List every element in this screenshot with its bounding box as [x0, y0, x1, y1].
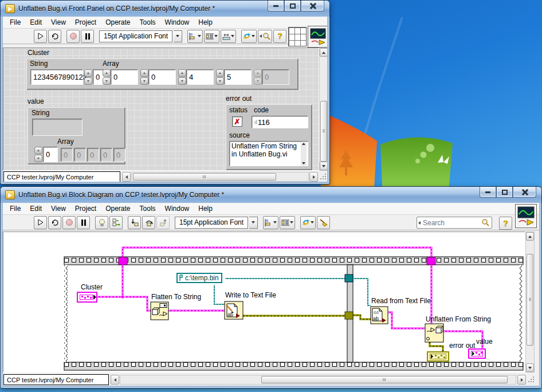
array-element-2[interactable]: 4 — [186, 69, 214, 85]
font-selector[interactable]: 15pt Application Font — [175, 217, 248, 229]
menu-view[interactable]: View — [46, 203, 70, 214]
context-help-button[interactable]: ? — [499, 217, 512, 230]
context-help-button[interactable]: ? — [273, 30, 286, 43]
array-element-stepper[interactable] — [140, 69, 148, 85]
array-element-stepper[interactable] — [103, 69, 111, 85]
menu-edit[interactable]: Edit — [25, 203, 46, 214]
minimize-button[interactable] — [268, 1, 284, 11]
align-objects-dropdown[interactable] — [187, 30, 203, 43]
run-continuously-button[interactable] — [48, 216, 61, 229]
font-selector-dropdown[interactable] — [174, 30, 182, 42]
highlight-execution-button[interactable] — [95, 216, 108, 229]
menu-help[interactable]: Help — [194, 203, 217, 214]
array-element-0[interactable]: 0 — [111, 69, 138, 85]
abort-icon — [66, 219, 73, 226]
menu-operate[interactable]: Operate — [101, 17, 135, 28]
scroll-left-button[interactable] — [122, 172, 131, 182]
menu-tools[interactable]: Tools — [135, 17, 160, 28]
menu-file[interactable]: File — [5, 203, 25, 214]
connector-pane-icon[interactable] — [288, 27, 307, 46]
run-continuously-button[interactable] — [48, 30, 61, 43]
menu-window[interactable]: Window — [160, 203, 194, 214]
run-button[interactable] — [34, 30, 47, 43]
abort-button[interactable] — [62, 216, 76, 229]
maximize-button[interactable] — [496, 187, 513, 198]
reorder-dropdown[interactable] — [241, 30, 257, 43]
align-objects-dropdown[interactable] — [263, 216, 278, 229]
radix-indicator[interactable]: d — [254, 119, 257, 125]
pause-icon — [85, 33, 90, 40]
array-element-1[interactable]: 0 — [148, 69, 176, 85]
block-diagram-canvas[interactable]: ab 66 ab — [3, 232, 525, 373]
retain-wire-values-button[interactable] — [109, 216, 123, 229]
array-element-3[interactable]: 5 — [224, 69, 252, 85]
close-button[interactable] — [513, 187, 536, 198]
front-panel-horizontal-scrollbar[interactable] — [131, 172, 309, 182]
resize-grip[interactable] — [528, 376, 535, 383]
source-indicator[interactable]: Unflatten From String in Unflatten Bug.v… — [229, 141, 308, 166]
search-button[interactable] — [258, 30, 272, 43]
array-element-stepper[interactable] — [178, 69, 186, 85]
scroll-up-button[interactable] — [526, 232, 534, 241]
status-checkbox[interactable]: ✗ — [232, 116, 242, 127]
vi-icon-art — [310, 28, 326, 45]
menu-tools[interactable]: Tools — [135, 203, 160, 214]
search-input[interactable] — [421, 219, 481, 227]
scrollbar-thumb[interactable] — [320, 101, 327, 162]
search-field[interactable] — [417, 217, 492, 229]
font-selector-dropdown[interactable] — [249, 217, 258, 229]
source-scrollbar[interactable] — [301, 142, 307, 166]
pause-button[interactable] — [81, 30, 94, 43]
menu-file[interactable]: File — [5, 17, 25, 28]
front-panel-canvas[interactable]: Cluster String 1234567890123 0 Array 0 0… — [3, 48, 319, 171]
minimize-button[interactable] — [480, 187, 496, 198]
string-control[interactable]: 1234567890123 — [30, 69, 83, 85]
scroll-down-button[interactable] — [526, 363, 534, 372]
array-index-stepper[interactable] — [34, 147, 42, 162]
menu-project[interactable]: Project — [70, 203, 101, 214]
abort-button[interactable] — [66, 30, 80, 43]
close-button[interactable] — [301, 1, 324, 11]
resize-objects-dropdown[interactable] — [221, 30, 236, 43]
step-out-button[interactable] — [156, 216, 170, 229]
vi-icon[interactable] — [308, 26, 327, 48]
execution-target-label[interactable]: CCP tester.lvproj/My Computer — [3, 374, 109, 385]
menu-help[interactable]: Help — [194, 17, 217, 28]
array-element-stepper[interactable] — [216, 69, 224, 85]
run-button[interactable] — [34, 216, 47, 229]
menu-edit[interactable]: Edit — [25, 17, 46, 28]
array-index-control[interactable]: 0 — [43, 147, 58, 162]
execution-target-label[interactable]: CCP tester.lvproj/My Computer — [3, 171, 120, 182]
reorder-dropdown[interactable] — [300, 216, 316, 229]
scroll-down-button[interactable] — [320, 162, 327, 170]
scroll-right-button[interactable] — [309, 172, 318, 182]
maximize-button[interactable] — [284, 1, 301, 11]
menu-operate[interactable]: Operate — [101, 203, 135, 214]
scroll-down-icon — [322, 165, 325, 167]
clean-up-diagram-button[interactable] — [317, 216, 330, 229]
code-control[interactable]: d 116 — [252, 116, 308, 128]
file-path-constant[interactable]: c:\temp.bin — [176, 273, 222, 283]
front-panel-vertical-scrollbar[interactable] — [319, 48, 327, 171]
scrollbar-thumb[interactable] — [261, 376, 508, 383]
array-index-stepper[interactable] — [84, 69, 92, 85]
resize-grip[interactable] — [320, 173, 327, 181]
menu-window[interactable]: Window — [160, 17, 194, 28]
distribute-objects-dropdown[interactable] — [280, 216, 295, 229]
scroll-up-button[interactable] — [320, 48, 327, 57]
block-diagram-horizontal-scrollbar[interactable] — [120, 375, 516, 385]
block-diagram-vertical-scrollbar[interactable] — [525, 232, 535, 373]
scroll-right-button[interactable] — [517, 375, 526, 385]
distribute-objects-dropdown[interactable] — [204, 30, 219, 43]
step-over-button[interactable] — [142, 216, 155, 229]
menu-project[interactable]: Project — [70, 17, 101, 28]
scrollbar-thumb[interactable] — [133, 173, 276, 181]
scroll-left-button[interactable] — [111, 375, 119, 385]
menu-view[interactable]: View — [46, 17, 70, 28]
scrollbar-thumb[interactable] — [527, 254, 533, 346]
step-into-button[interactable] — [128, 216, 141, 229]
block-diagram-titlebar[interactable]: Unflatten Bug.vi Block Diagram on CCP te… — [1, 187, 541, 203]
pause-button[interactable] — [77, 216, 90, 229]
font-selector[interactable]: 15pt Application Font — [99, 30, 172, 42]
vi-icon[interactable] — [515, 204, 537, 228]
